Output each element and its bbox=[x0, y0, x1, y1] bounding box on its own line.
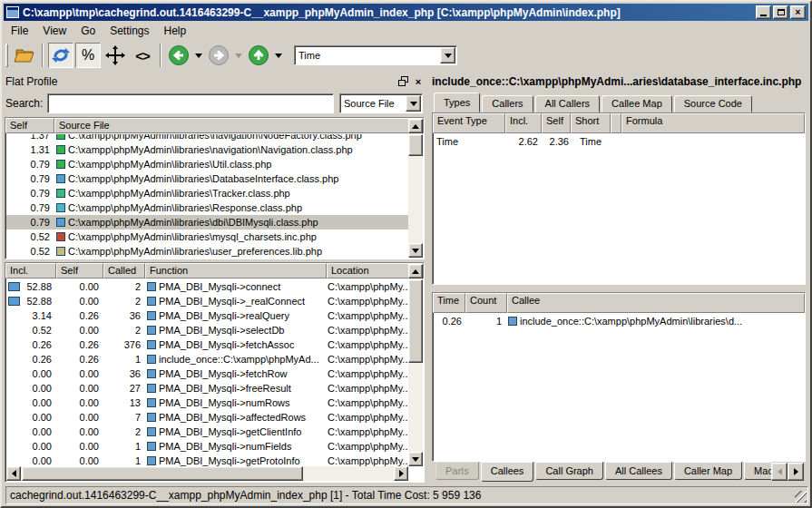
scrollbar-thumb[interactable] bbox=[408, 279, 423, 363]
combo-dropdown-button[interactable] bbox=[406, 95, 421, 112]
column-header-self[interactable]: Self bbox=[56, 263, 103, 278]
event-type-row[interactable]: Time2.622.36Time bbox=[433, 133, 805, 149]
expand-areas-button[interactable] bbox=[103, 43, 128, 68]
source-file-row[interactable]: 0.79C:\xampp\phpMyAdmin\libraries\Respon… bbox=[6, 200, 408, 215]
float-panel-button[interactable] bbox=[396, 75, 409, 87]
source-vertical-scrollbar[interactable] bbox=[408, 119, 423, 258]
column-header-incl[interactable]: Incl. bbox=[5, 263, 56, 278]
column-header-called[interactable]: Called bbox=[103, 263, 145, 278]
resize-grip[interactable] bbox=[795, 491, 807, 503]
menu-view[interactable]: View bbox=[35, 23, 73, 39]
group-by-selector[interactable]: Source File bbox=[339, 93, 423, 113]
event-type-selector[interactable]: Time bbox=[294, 45, 457, 65]
bottom-tab-callees[interactable]: Callees bbox=[481, 462, 534, 482]
function-icon bbox=[147, 442, 156, 451]
scroll-right-button[interactable] bbox=[394, 466, 408, 481]
callee-row[interactable]: 0.261include_once::C:\xampp\phpMyAdmin\l… bbox=[433, 313, 805, 328]
function-row[interactable]: 0.000.001PMA_DBI_Mysqli->getProtoInfoC:\… bbox=[6, 454, 408, 466]
column-header-callee[interactable]: Callee bbox=[507, 293, 805, 313]
source-file-row[interactable]: 0.52C:\xampp\phpMyAdmin\libraries\user_p… bbox=[6, 244, 408, 258]
back-button[interactable] bbox=[166, 43, 191, 68]
up-dropdown-caret[interactable] bbox=[275, 54, 282, 58]
column-header-incl[interactable]: Incl. bbox=[505, 113, 542, 133]
scroll-up-button[interactable] bbox=[408, 119, 423, 133]
forward-dropdown-caret[interactable] bbox=[235, 54, 242, 58]
function-cell: PMA_DBI_Mysqli->getProtoInfo bbox=[146, 455, 328, 466]
scroll-left-button[interactable] bbox=[6, 466, 21, 481]
shorten-templates-button[interactable]: <> bbox=[130, 43, 155, 68]
menu-settings[interactable]: Settings bbox=[103, 23, 156, 39]
tab-all-callers[interactable]: All Callers bbox=[535, 95, 601, 112]
event-types-table: Event TypeIncl.SelfShortFormula Time2.62… bbox=[432, 112, 806, 285]
source-file-row[interactable]: 1.31C:\xampp\phpMyAdmin\libraries\naviga… bbox=[6, 142, 408, 157]
tabs-scroll-right-button[interactable] bbox=[788, 463, 804, 481]
source-file-row[interactable]: 1.37C:\xampp\phpMyAdmin\libraries\naviga… bbox=[6, 134, 408, 142]
scroll-down-button[interactable] bbox=[408, 452, 423, 466]
function-row[interactable]: 0.000.002PMA_DBI_Mysqli->getClientInfoC:… bbox=[6, 425, 408, 439]
panel-splitter[interactable] bbox=[425, 73, 430, 483]
tab-callers[interactable]: Callers bbox=[482, 95, 533, 112]
column-header-time[interactable]: Time bbox=[433, 293, 465, 313]
back-dropdown-caret[interactable] bbox=[195, 54, 202, 58]
menu-help[interactable]: Help bbox=[157, 23, 194, 39]
function-row[interactable]: 0.260.26376PMA_DBI_Mysqli->fetchAssocC:\… bbox=[6, 337, 408, 352]
scrollbar-thumb[interactable] bbox=[22, 466, 303, 481]
maximize-button[interactable] bbox=[773, 5, 788, 19]
close-panel-button[interactable]: × bbox=[412, 75, 425, 87]
detail-splitter[interactable] bbox=[432, 285, 806, 292]
function-row[interactable]: 3.140.2636PMA_DBI_Mysqli->realQueryC:\xa… bbox=[6, 308, 408, 323]
source-file-row[interactable]: 0.79C:\xampp\phpMyAdmin\libraries\Databa… bbox=[6, 171, 408, 186]
file-type-icon bbox=[56, 189, 65, 198]
function-row[interactable]: 0.520.002PMA_DBI_Mysqli->selectDbC:\xamp… bbox=[6, 323, 408, 337]
function-row[interactable]: 0.000.001PMA_DBI_Mysqli->numFieldsC:\xam… bbox=[6, 439, 408, 454]
column-header-self[interactable]: Self bbox=[5, 118, 54, 133]
close-button[interactable]: × bbox=[790, 5, 806, 19]
menu-file[interactable]: File bbox=[4, 23, 35, 39]
column-header-self[interactable]: Self bbox=[542, 113, 571, 133]
column-header-source-file[interactable]: Source File bbox=[54, 118, 424, 133]
source-file-row[interactable]: 0.52C:\xampp\phpMyAdmin\libraries\mysql_… bbox=[6, 230, 408, 244]
function-row[interactable]: 52.880.002PMA_DBI_Mysqli->connectC:\xamp… bbox=[6, 279, 408, 294]
bottom-tab-machine[interactable]: Machine bbox=[744, 462, 771, 480]
source-file-row[interactable]: 0.79C:\xampp\phpMyAdmin\libraries\Tracke… bbox=[6, 186, 408, 200]
source-file-row[interactable]: 0.79C:\xampp\phpMyAdmin\libraries\dbi\DB… bbox=[6, 215, 408, 230]
bottom-tab-all-callees[interactable]: All Callees bbox=[605, 462, 672, 480]
forward-button[interactable] bbox=[206, 43, 231, 68]
tab-types[interactable]: Types bbox=[434, 93, 480, 112]
float-panel-icon bbox=[398, 76, 408, 86]
column-header-event-type[interactable]: Event Type bbox=[433, 113, 505, 133]
function-row[interactable]: 0.000.007PMA_DBI_Mysqli->affectedRowsC:\… bbox=[6, 410, 408, 425]
column-header-short[interactable]: Short bbox=[571, 113, 611, 133]
column-header-function[interactable]: Function bbox=[145, 263, 327, 278]
column-header-spacer[interactable] bbox=[611, 113, 621, 133]
close-icon: × bbox=[416, 76, 421, 87]
function-row[interactable]: 0.260.261include_once::C:\xampp\phpMyAd.… bbox=[6, 352, 408, 366]
toolbar-grip[interactable] bbox=[5, 44, 8, 67]
column-header-count[interactable]: Count bbox=[465, 293, 507, 313]
tab-callee-map[interactable]: Callee Map bbox=[602, 95, 672, 112]
function-vertical-scrollbar[interactable] bbox=[408, 264, 423, 466]
combo-dropdown-button[interactable] bbox=[440, 47, 455, 64]
search-input[interactable] bbox=[47, 93, 334, 113]
scroll-up-button[interactable] bbox=[408, 264, 423, 278]
open-file-button[interactable] bbox=[12, 43, 37, 68]
function-row[interactable]: 52.880.002PMA_DBI_Mysqli->_realConnectC:… bbox=[6, 294, 408, 308]
minimize-button[interactable] bbox=[756, 5, 771, 19]
function-row[interactable]: 0.000.0036PMA_DBI_Mysqli->fetchRowC:\xam… bbox=[6, 366, 408, 381]
scrollbar-thumb[interactable] bbox=[408, 134, 423, 156]
tabs-scroll-left-button[interactable] bbox=[771, 463, 788, 481]
bottom-tab-call-graph[interactable]: Call Graph bbox=[535, 462, 603, 480]
percent-relative-button[interactable]: % bbox=[75, 43, 101, 68]
column-header-formula[interactable]: Formula bbox=[621, 113, 805, 133]
source-file-row[interactable]: 0.79C:\xampp\phpMyAdmin\libraries\Util.c… bbox=[6, 157, 408, 171]
function-horizontal-scrollbar[interactable] bbox=[6, 466, 408, 481]
cycle-detection-button[interactable] bbox=[48, 43, 73, 68]
bottom-tab-caller-map[interactable]: Caller Map bbox=[674, 462, 742, 480]
bottom-tab-parts[interactable]: Parts bbox=[435, 462, 479, 480]
function-row[interactable]: 0.000.0027PMA_DBI_Mysqli->freeResultC:\x… bbox=[6, 381, 408, 396]
tab-source-code[interactable]: Source Code bbox=[674, 95, 752, 112]
scroll-down-button[interactable] bbox=[408, 243, 423, 258]
menu-go[interactable]: Go bbox=[73, 23, 103, 39]
up-button[interactable] bbox=[246, 43, 271, 68]
function-row[interactable]: 0.000.0013PMA_DBI_Mysqli->numRowsC:\xamp… bbox=[6, 396, 408, 410]
